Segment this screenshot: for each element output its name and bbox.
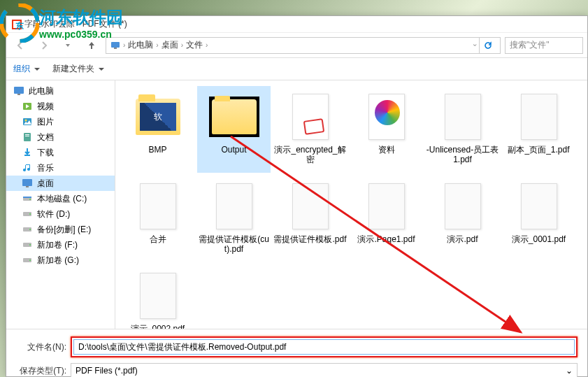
sidebar-item-download[interactable]: 下载 <box>6 145 115 160</box>
svg-point-11 <box>25 120 27 122</box>
sidebar-item-label: 下载 <box>37 147 54 159</box>
sidebar-item-drive[interactable]: 备份[勿删] (E:) <box>6 222 115 237</box>
sidebar-item-label: 本地磁盘 (C:) <box>37 193 87 205</box>
breadcrumb-pc[interactable]: 此电脑 <box>128 39 153 51</box>
svg-rect-8 <box>17 94 20 95</box>
file-item[interactable]: 演示.pdf <box>426 176 499 262</box>
file-thumbnail <box>438 92 488 142</box>
file-name-label: BMP <box>121 145 194 155</box>
file-thumbnail <box>209 92 259 142</box>
document-icon <box>22 131 33 143</box>
file-item[interactable]: 演示.Page1.pdf <box>350 176 423 262</box>
website-watermark: 东 河东软件园 www.pc0359.cn <box>0 3 123 43</box>
search-input[interactable]: 搜索"文件" <box>505 37 583 54</box>
svg-rect-15 <box>22 179 32 186</box>
file-name-label: 需提供证件模板(cut).pdf <box>197 234 271 254</box>
sidebar-item-label: 软件 (D:) <box>37 208 70 220</box>
pc-icon <box>13 85 24 97</box>
sidebar-item-label: 新加卷 (G:) <box>37 255 79 266</box>
file-item[interactable]: 软BMP <box>121 86 194 173</box>
sidebar-item-desktop[interactable]: 桌面 <box>6 176 115 191</box>
chevron-down-icon: ⌄ <box>566 366 573 376</box>
sidebar-item-label: 图片 <box>37 116 54 128</box>
filename-label: 文件名(N): <box>16 341 66 353</box>
filetype-label: 保存类型(T): <box>16 365 66 377</box>
file-item[interactable]: -Unlicensed-员工表1.pdf <box>426 86 499 173</box>
sidebar-item-label: 备份[勿删] (E:) <box>37 224 91 236</box>
file-item[interactable]: 需提供证件模板(cut).pdf <box>197 176 271 262</box>
file-name-label: 演示_0002.pdf <box>121 324 194 329</box>
file-name-label: 演示.pdf <box>426 234 499 244</box>
file-name-label: 演示_0001.pdf <box>502 234 575 244</box>
sidebar-item-document[interactable]: 文档 <box>6 129 115 145</box>
svg-rect-14 <box>25 136 29 136</box>
drive-icon <box>22 208 33 220</box>
form-area: 文件名(N): 保存类型(T): PDF Files (*.pdf) ⌄ <box>6 329 587 377</box>
svg-point-19 <box>29 199 31 200</box>
file-thumbnail <box>361 92 412 142</box>
sidebar-item-picture[interactable]: 图片 <box>6 114 115 129</box>
sidebar-item-label: 文档 <box>37 131 54 143</box>
music-icon <box>22 162 33 173</box>
filename-highlight-box <box>71 336 578 357</box>
sidebar-item-drive-c[interactable]: 本地磁盘 (C:) <box>6 191 115 206</box>
sidebar-item-drive[interactable]: 新加卷 (G:) <box>6 252 115 268</box>
file-item[interactable]: 副本_页面_1.pdf <box>502 86 575 173</box>
sidebar-item-label: 视频 <box>37 101 54 113</box>
file-name-label: 副本_页面_1.pdf <box>502 145 575 155</box>
filetype-dropdown[interactable]: PDF Files (*.pdf) ⌄ <box>71 363 578 377</box>
picture-icon <box>22 116 33 127</box>
download-icon <box>22 147 33 158</box>
sidebar-item-music[interactable]: 音乐 <box>6 160 115 176</box>
svg-point-21 <box>29 213 31 215</box>
file-thumbnail <box>438 181 488 232</box>
svg-rect-16 <box>26 186 29 187</box>
file-item[interactable]: 合并 <box>121 176 194 262</box>
save-file-dialog: 字段水印去除 - PDF文件 (*) › 此电脑 › 桌面 › 文件 › › 搜… <box>6 15 588 377</box>
sidebar-item-video[interactable]: 视频 <box>6 99 115 114</box>
sidebar-item-drive[interactable]: 新加卷 (F:) <box>6 237 115 252</box>
file-thumbnail <box>514 92 564 142</box>
file-item[interactable]: 资料 <box>350 86 423 173</box>
file-item[interactable]: Output <box>197 86 271 173</box>
sidebar-item-label: 新加卷 (F:) <box>37 239 78 251</box>
file-thumbnail: 软 <box>133 92 183 142</box>
file-item[interactable]: 需提供证件模板.pdf <box>273 176 347 262</box>
drive-icon <box>22 255 33 266</box>
sidebar-item-drive[interactable]: 软件 (D:) <box>6 206 115 222</box>
file-name-label: Output <box>197 145 271 155</box>
filename-input[interactable] <box>73 339 575 355</box>
breadcrumb-desktop[interactable]: 桌面 <box>162 39 178 51</box>
file-name-label: 演示.Page1.pdf <box>350 234 423 244</box>
svg-point-27 <box>29 259 31 261</box>
drive-icon <box>22 239 33 250</box>
file-thumbnail <box>133 181 183 232</box>
file-item[interactable]: 演示_encrypted_解密 <box>273 86 347 173</box>
drive-c-icon <box>22 193 33 204</box>
svg-text:东: 东 <box>15 21 24 31</box>
organize-button[interactable]: 组织 <box>13 63 40 75</box>
file-item[interactable]: 演示_0001.pdf <box>502 176 575 262</box>
watermark-logo-icon: 东 <box>0 3 39 43</box>
breadcrumb-bar[interactable]: › 此电脑 › 桌面 › 文件 › › <box>106 37 501 54</box>
svg-rect-18 <box>23 197 31 198</box>
sidebar-item-label: 音乐 <box>37 162 54 174</box>
sidebar-this-pc[interactable]: 此电脑 <box>6 83 115 99</box>
refresh-button[interactable] <box>479 37 496 54</box>
watermark-title: 河东软件园 <box>39 6 123 29</box>
svg-rect-13 <box>25 134 29 135</box>
dialog-toolbar: 组织 新建文件夹 <box>6 58 587 80</box>
svg-rect-6 <box>114 48 117 49</box>
file-name-label: -Unlicensed-员工表1.pdf <box>426 145 499 164</box>
breadcrumb-folder[interactable]: 文件 <box>186 39 203 51</box>
desktop-icon <box>22 178 33 189</box>
file-thumbnail <box>361 181 412 232</box>
search-placeholder: 搜索"文件" <box>510 39 550 51</box>
new-folder-button[interactable]: 新建文件夹 <box>52 63 104 75</box>
file-item[interactable]: 演示_0002.pdf <box>121 265 194 329</box>
file-name-label: 资料 <box>350 145 423 155</box>
file-name-label: 需提供证件模板.pdf <box>273 234 347 244</box>
svg-rect-7 <box>14 87 24 94</box>
svg-point-23 <box>29 229 31 230</box>
file-list-area[interactable]: 软BMPOutput演示_encrypted_解密资料-Unlicensed-员… <box>115 80 587 329</box>
